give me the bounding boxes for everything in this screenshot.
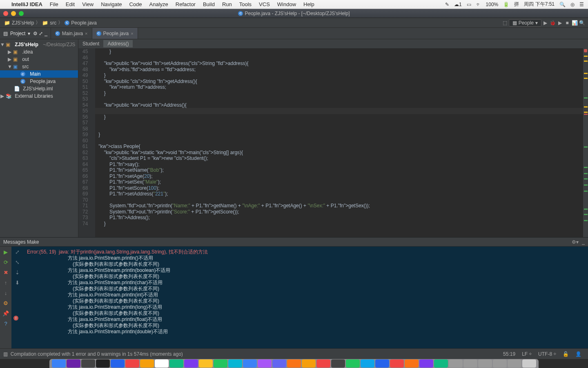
dock-app-icon[interactable] <box>111 359 125 368</box>
menu-edit[interactable]: Edit <box>66 1 75 7</box>
menu-code[interactable]: Code <box>129 1 142 7</box>
minimize-window-button[interactable] <box>11 11 16 16</box>
error-stripe[interactable] <box>583 48 588 237</box>
dock-app-icon[interactable] <box>346 359 360 368</box>
warning-marker[interactable] <box>584 112 588 113</box>
expand-all-icon[interactable]: ⤢ <box>15 249 20 255</box>
dock-app-icon[interactable] <box>287 359 301 368</box>
collapse-all-icon[interactable]: ⤡ <box>15 259 20 265</box>
ok-marker[interactable] <box>584 220 588 221</box>
dock-app-icon[interactable] <box>52 359 66 368</box>
error-summary-icon[interactable] <box>584 49 587 52</box>
dock-app-icon[interactable] <box>140 359 154 368</box>
dock-app-icon[interactable] <box>258 359 272 368</box>
warning-marker[interactable] <box>584 73 588 74</box>
dock-app-icon[interactable] <box>184 359 198 368</box>
error-marker[interactable] <box>584 114 588 115</box>
ok-marker[interactable] <box>584 146 588 148</box>
tree-root[interactable]: ▼▣ ZJS'sHelp ~/Desktop/ZJS <box>0 41 78 48</box>
struct-tab-address[interactable]: Address() <box>103 40 133 47</box>
close-tab-icon[interactable]: × <box>131 31 133 36</box>
messages-hide-icon[interactable]: ⎯ <box>582 239 585 245</box>
dock-app-icon[interactable] <box>316 359 330 368</box>
menu-refactor[interactable]: Refactor <box>176 1 196 7</box>
rerun-failed-icon[interactable]: ⟳ <box>4 259 8 265</box>
pin-icon[interactable]: 📌 <box>2 310 9 316</box>
dock-app-icon[interactable] <box>390 359 404 368</box>
ok-marker[interactable] <box>584 191 588 192</box>
dock-app-icon[interactable] <box>478 359 492 368</box>
ime-indicator[interactable]: 拼 <box>514 1 519 8</box>
fold-column[interactable] <box>90 48 95 237</box>
menu-help[interactable]: Help <box>303 1 314 7</box>
wechat-icon[interactable]: ☁ 1 <box>454 2 462 7</box>
ok-marker[interactable] <box>584 167 588 168</box>
menu-file[interactable]: File <box>50 1 58 7</box>
dock-app-icon[interactable] <box>169 359 183 368</box>
dock-app-icon[interactable] <box>405 359 419 368</box>
tree-src[interactable]: ▼▣ src <box>0 63 78 70</box>
zoom-window-button[interactable] <box>19 11 24 16</box>
line-number-gutter[interactable]: 4546474849505152535455565758596061626364… <box>78 48 90 237</box>
spotlight-icon[interactable]: 🔍 <box>559 2 566 7</box>
rerun-icon[interactable]: ▶ <box>4 249 8 255</box>
project-tool-button[interactable]: ▤ Project ▾ ⚙ ⤢ ⎯ <box>0 28 51 39</box>
breadcrumb-file[interactable]: C People.java <box>63 20 98 26</box>
dock-app-icon[interactable] <box>125 359 139 368</box>
app-name[interactable]: IntelliJ IDEA <box>11 1 42 7</box>
code-area[interactable]: } "kw">public "kw">void "fn">setAddress(… <box>95 48 588 237</box>
menu-view[interactable]: View <box>82 1 94 7</box>
warning-marker[interactable] <box>584 56 588 57</box>
warning-marker[interactable] <box>584 61 588 62</box>
menubar-clock[interactable]: 周四 下午7:51 <box>524 1 555 8</box>
ok-marker[interactable] <box>584 209 588 210</box>
dock-app-icon[interactable] <box>67 359 80 368</box>
breadcrumb-root[interactable]: 📁 ZJS'sHelp <box>2 20 36 26</box>
tree-idea[interactable]: ▶▣ .idea <box>0 48 78 56</box>
dock-app-icon[interactable] <box>272 359 286 368</box>
dock-app-icon[interactable] <box>155 359 169 368</box>
up-icon[interactable]: ↑ <box>4 280 7 286</box>
search-everywhere-icon[interactable]: 🔍 <box>578 20 586 26</box>
dock-app-icon[interactable] <box>463 359 477 368</box>
notification-center-icon[interactable]: ☰ <box>579 2 584 7</box>
inspector-icon[interactable]: 👤 <box>572 351 585 357</box>
tree-out[interactable]: ▶▣ out <box>0 56 78 63</box>
stop-icon[interactable]: ✖ <box>4 269 8 276</box>
display-icon[interactable]: ▭ <box>467 2 471 7</box>
dock-app-icon[interactable] <box>199 359 213 368</box>
coverage-run-icon[interactable]: ▶ <box>556 20 564 26</box>
file-encoding[interactable]: UTF-8 ÷ <box>535 351 559 357</box>
menu-navigate[interactable]: Navigate <box>101 1 122 7</box>
tab-people-java[interactable]: CPeople.java× <box>92 28 138 39</box>
tree-external-libraries[interactable]: ▶📚 External Libraries <box>0 92 78 100</box>
profiler-icon[interactable]: 📊 <box>571 20 578 26</box>
export-icon[interactable]: ⬇ <box>15 280 20 286</box>
messages-title[interactable]: Messages Make <box>3 239 39 245</box>
tree-iml-file[interactable]: 📄 ZJS'sHelp.iml <box>0 85 78 92</box>
evernote-icon[interactable]: ✎ <box>445 2 449 7</box>
down-icon[interactable]: ↓ <box>4 290 7 296</box>
dock-app-icon[interactable] <box>214 359 227 368</box>
run-button[interactable]: ▶ <box>541 20 549 26</box>
help-icon[interactable]: ? <box>4 321 7 327</box>
dock-app-icon[interactable] <box>361 359 374 368</box>
code-coverage-icon[interactable]: ⬚ <box>501 20 509 26</box>
dock-app-icon[interactable] <box>375 359 389 368</box>
status-tool-toggle-icon[interactable]: ▥ <box>3 351 8 357</box>
struct-tab-student[interactable]: Student <box>78 40 103 47</box>
dock-app-icon[interactable] <box>508 359 521 368</box>
tab-main-java[interactable]: CMain.java× <box>51 28 92 39</box>
menu-tools[interactable]: Tools <box>239 1 252 7</box>
autoscroll-icon[interactable]: ⇣ <box>15 269 20 276</box>
dock-app-icon[interactable] <box>228 359 242 368</box>
breadcrumb-src[interactable]: 📁 src <box>40 20 58 26</box>
dock-app-icon[interactable] <box>331 359 345 368</box>
menu-build[interactable]: Build <box>203 1 215 7</box>
ok-marker[interactable] <box>584 184 588 186</box>
ok-marker[interactable] <box>584 97 588 99</box>
battery-pct[interactable]: 100% <box>486 2 499 7</box>
dock-app-icon[interactable] <box>419 359 433 368</box>
menu-vcs[interactable]: VCS <box>259 1 270 7</box>
dock-app-icon[interactable] <box>243 359 257 368</box>
